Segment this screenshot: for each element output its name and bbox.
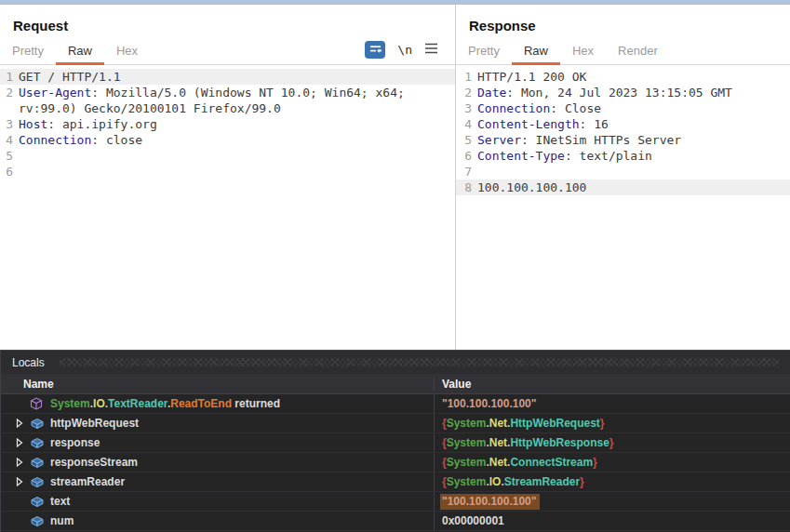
variable-value: {System.Net.HttpWebRequest} <box>442 417 605 430</box>
locals-value-cell: {System.Net.ConnectStream} <box>435 456 790 469</box>
column-header-name[interactable]: Name <box>1 378 435 391</box>
newline-toggle-button[interactable]: \n <box>397 43 412 57</box>
line-number: 6 <box>456 148 472 164</box>
code-line: 1HTTP/1.1 200 OK <box>456 69 790 85</box>
variable-name: System.IO.TextReader.ReadToEnd returned <box>50 397 280 410</box>
locals-row[interactable]: streamReader{System.IO.StreamReader} <box>1 472 790 492</box>
locals-name-cell: num <box>1 512 435 530</box>
expand-arrow-icon[interactable] <box>16 458 30 467</box>
locals-row[interactable]: httpWebRequest{System.Net.HttpWebRequest… <box>1 414 790 433</box>
line-number: 1 <box>456 69 472 85</box>
locals-row[interactable]: num0x00000001 <box>1 512 790 531</box>
locals-name-cell: streamReader <box>1 472 435 491</box>
line-number: 4 <box>456 116 472 132</box>
variable-value: "100.100.100.100" <box>440 494 540 510</box>
line-text <box>472 164 477 180</box>
request-panel-title: Request <box>13 16 455 36</box>
local-variable-icon <box>30 496 46 508</box>
line-number: 2 <box>456 85 472 100</box>
line-number: 3 <box>0 116 13 132</box>
tab-render[interactable]: Render <box>606 38 670 65</box>
line-number <box>0 100 13 116</box>
line-number: 3 <box>456 100 472 116</box>
locals-value-cell: {System.Net.HttpWebRequest} <box>435 417 790 430</box>
message-editors: Request PrettyRawHex <box>0 5 790 350</box>
editor-menu-button[interactable] <box>424 43 438 57</box>
tab-raw[interactable]: Raw <box>512 38 560 65</box>
variable-value: {System.IO.StreamReader} <box>442 475 584 488</box>
tab-hex[interactable]: Hex <box>560 38 606 65</box>
code-line: 3Host: api.ipify.org <box>0 116 455 132</box>
variable-name: response <box>50 436 100 449</box>
request-editor-toolbar: \n <box>365 41 455 64</box>
request-editor[interactable]: 1GET / HTTP/1.12User-Agent: Mozilla/5.0 … <box>0 65 455 180</box>
response-panel-title: Response <box>469 16 790 36</box>
line-text: Content-Length: 16 <box>472 116 609 132</box>
code-line: rv:99.0) Gecko/20100101 Firefox/99.0 <box>0 100 455 116</box>
response-tabbar: PrettyRawHexRender <box>456 38 790 65</box>
response-tabs: PrettyRawHexRender <box>456 38 670 64</box>
line-text: Date: Mon, 24 Jul 2023 13:15:05 GMT <box>472 85 732 100</box>
line-text <box>13 164 19 180</box>
code-line: 5 <box>0 148 455 164</box>
line-number: 6 <box>0 164 13 180</box>
locals-row[interactable]: responseStream{System.Net.ConnectStream} <box>1 453 790 472</box>
code-line: 4Content-Length: 16 <box>456 116 790 132</box>
local-variable-icon <box>30 515 46 527</box>
line-number: 2 <box>0 85 13 100</box>
request-tabbar: PrettyRawHex \n <box>0 38 455 65</box>
code-line: 4Connection: close <box>0 132 455 148</box>
line-text <box>13 148 19 164</box>
line-text: Server: INetSim HTTPs Server <box>472 132 681 148</box>
variable-name: num <box>50 514 74 527</box>
locals-value-cell: 0x00000001 <box>435 514 790 527</box>
variable-value: {System.Net.ConnectStream} <box>442 456 597 469</box>
expand-arrow-icon[interactable] <box>16 477 30 486</box>
code-line: 5Server: INetSim HTTPs Server <box>456 132 790 148</box>
variable-name: responseStream <box>50 456 138 469</box>
locals-name-cell: response <box>1 433 435 452</box>
wrap-lines-button[interactable] <box>365 41 385 59</box>
locals-value-cell: {System.IO.StreamReader} <box>435 475 790 488</box>
locals-panel: Locals Name Value System.IO.TextReader.R… <box>0 350 790 532</box>
locals-row[interactable]: text"100.100.100.100" <box>1 492 790 512</box>
tab-pretty[interactable]: Pretty <box>0 38 56 65</box>
line-number: 7 <box>456 164 472 180</box>
local-variable-icon <box>30 476 46 488</box>
line-text: rv:99.0) Gecko/20100101 Firefox/99.0 <box>13 100 281 116</box>
response-editor[interactable]: 1HTTP/1.1 200 OK2Date: Mon, 24 Jul 2023 … <box>456 65 790 195</box>
request-panel: Request PrettyRawHex <box>0 5 456 350</box>
line-text: 100.100.100.100 <box>472 180 586 195</box>
code-line: 6 <box>0 164 455 180</box>
expand-arrow-icon[interactable] <box>16 419 30 428</box>
response-panel: Response PrettyRawHexRender 1HTTP/1.1 20… <box>456 5 790 350</box>
tab-hex[interactable]: Hex <box>104 38 150 65</box>
tab-raw[interactable]: Raw <box>56 38 104 65</box>
line-text: Connection: close <box>13 132 142 148</box>
line-text: Host: api.ipify.org <box>13 116 157 132</box>
locals-title-bar[interactable]: Locals <box>1 351 790 374</box>
locals-row[interactable]: System.IO.TextReader.ReadToEnd returned"… <box>1 394 790 414</box>
hamburger-icon <box>424 43 438 57</box>
word-wrap-icon <box>365 41 385 59</box>
line-number: 5 <box>456 132 472 148</box>
panel-drag-texture <box>60 358 779 366</box>
locals-name-cell: System.IO.TextReader.ReadToEnd returned <box>1 394 435 413</box>
variable-name: httpWebRequest <box>50 417 139 430</box>
locals-row[interactable]: response{System.Net.HttpWebResponse} <box>1 433 790 453</box>
variable-name: streamReader <box>50 475 125 488</box>
method-return-icon <box>30 397 46 410</box>
tab-pretty[interactable]: Pretty <box>456 38 512 65</box>
line-number: 8 <box>456 180 472 195</box>
variable-name: text <box>50 495 70 508</box>
line-number: 5 <box>0 148 13 164</box>
locals-table-header: Name Value <box>1 374 790 394</box>
line-text: User-Agent: Mozilla/5.0 (Windows NT 10.0… <box>13 85 405 100</box>
request-tabs: PrettyRawHex <box>0 38 150 64</box>
column-header-value[interactable]: Value <box>435 378 790 391</box>
code-line: 7 <box>456 164 790 180</box>
locals-panel-title: Locals <box>12 356 45 369</box>
code-line: 8100.100.100.100 <box>456 180 790 195</box>
expand-arrow-icon[interactable] <box>16 438 30 447</box>
line-text: Connection: Close <box>472 100 601 116</box>
